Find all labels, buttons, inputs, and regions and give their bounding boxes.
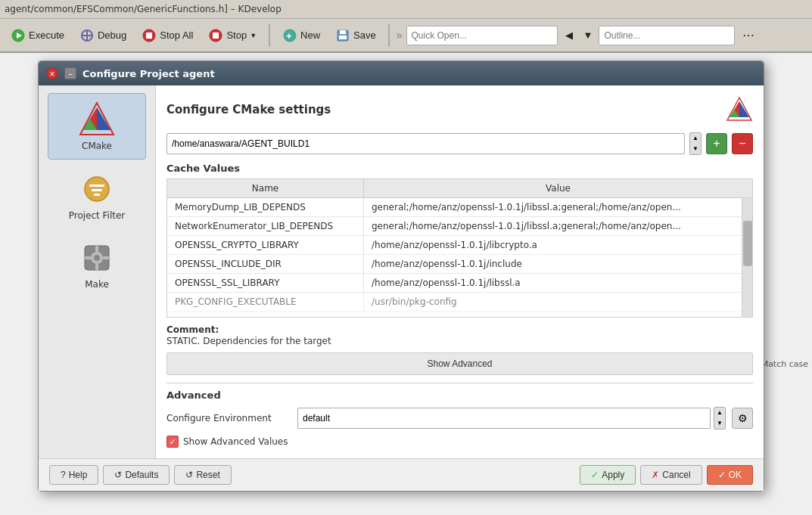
remove-path-button[interactable]: −: [732, 133, 753, 154]
cell-value-4: /home/anz/openssl-1.0.1j/libssl.a: [364, 274, 742, 292]
help-button[interactable]: ? Help: [49, 465, 98, 485]
dialog-sidebar: CMake Project Filter: [39, 85, 156, 458]
configure-env-select[interactable]: default: [297, 408, 711, 429]
nav-back-button[interactable]: ◀: [561, 28, 577, 42]
main-content: Configure CMake settings ▲ ▼ +: [156, 85, 764, 458]
nav-back-icon: ◀: [565, 29, 573, 41]
reset-icon: ↺: [185, 470, 193, 480]
add-path-button[interactable]: +: [706, 133, 727, 154]
build-path-input[interactable]: [166, 133, 685, 154]
path-spinner: ▲ ▼: [689, 132, 702, 155]
show-advanced-checkbox[interactable]: ✓: [166, 436, 179, 448]
table-row[interactable]: PKG_CONFIG_EXECUTABLE /usr/bin/pkg-confi…: [167, 293, 742, 312]
cache-values-table: Name Value MemoryDump_LIB_DEPENDS genera…: [166, 178, 753, 318]
svg-rect-8: [213, 33, 219, 39]
match-case-label: Match case: [761, 359, 808, 369]
cell-value-2: /home/anz/openssl-1.0.1j/libcrypto.a: [364, 236, 742, 254]
path-spin-up[interactable]: ▲: [690, 133, 701, 144]
new-button[interactable]: + New: [276, 25, 326, 46]
defaults-button[interactable]: ↺ Defaults: [103, 465, 170, 485]
dialog-titlebar: × – Configure Project agent: [39, 61, 764, 85]
project-filter-label: Project Filter: [69, 210, 126, 221]
table-scrollbar[interactable]: [742, 198, 752, 317]
add-icon: +: [713, 137, 720, 150]
show-advanced-button[interactable]: Show Advanced: [166, 352, 753, 375]
gear-icon: ⚙: [738, 412, 748, 424]
cancel-label: Cancel: [662, 470, 690, 480]
svg-rect-21: [94, 194, 100, 196]
advanced-section: Advanced Configure Environment default ▲…: [166, 383, 753, 448]
show-advanced-values-row: ✓ Show Advanced Values: [166, 436, 753, 448]
env-spin-down[interactable]: ▼: [714, 418, 725, 429]
table-row[interactable]: OPENSSL_CRYPTO_LIBRARY /home/anz/openssl…: [167, 236, 742, 255]
table-row[interactable]: MemoryDump_LIB_DEPENDS general;/home/anz…: [167, 198, 742, 217]
show-advanced-values-label: Show Advanced Values: [183, 436, 288, 447]
configure-env-row: Configure Environment default ▲ ▼ ⚙: [166, 407, 753, 430]
new-icon: +: [282, 28, 297, 43]
stop-all-button[interactable]: Stop All: [135, 25, 199, 46]
env-select-wrap: default ▲ ▼: [297, 407, 726, 430]
remove-icon: −: [739, 137, 745, 150]
quick-open-input[interactable]: [406, 26, 558, 45]
svg-rect-28: [103, 256, 109, 259]
table-row[interactable]: OPENSSL_SSL_LIBRARY /home/anz/openssl-1.…: [167, 274, 742, 293]
execute-button[interactable]: Execute: [5, 25, 70, 46]
dialog-close-button[interactable]: ×: [46, 67, 58, 79]
cell-name-3: OPENSSL_INCLUDE_DIR: [167, 255, 364, 273]
reset-button[interactable]: ↺ Reset: [174, 465, 231, 485]
gear-button[interactable]: ⚙: [732, 408, 753, 429]
svg-marker-31: [739, 101, 749, 117]
more-options-button[interactable]: ⋯: [738, 26, 759, 44]
dialog-footer: ? Help ↺ Defaults ↺ Reset ✓ Apply ✗ Canc…: [39, 458, 764, 491]
ok-button[interactable]: ✓ OK: [707, 465, 753, 485]
svg-point-24: [94, 255, 100, 261]
stop-dropdown-icon: ▼: [250, 32, 257, 39]
cell-value-1: general;/home/anz/openssl-1.0.1j/libssl.…: [364, 217, 742, 235]
path-row: ▲ ▼ + −: [166, 132, 753, 155]
cell-value-0: general;/home/anz/openssl-1.0.1j/libssl.…: [364, 198, 742, 216]
dialog-minimize-button[interactable]: –: [64, 67, 76, 79]
stop-all-label: Stop All: [160, 29, 193, 41]
new-label: New: [300, 29, 320, 41]
dialog-title: Configure Project agent: [82, 68, 215, 79]
defaults-label: Defaults: [125, 470, 158, 480]
cmake-settings-title: Configure CMake settings: [166, 103, 331, 116]
env-spin-up[interactable]: ▲: [714, 408, 725, 418]
debug-button[interactable]: Debug: [73, 25, 132, 46]
toolbar: Execute Debug Stop All Stop ▼ + New Save…: [0, 19, 812, 53]
cmake-logo-icon: [726, 96, 753, 123]
footer-left: ? Help ↺ Defaults ↺ Reset: [49, 465, 232, 485]
cmake-icon: [79, 101, 115, 138]
svg-text:+: +: [286, 30, 292, 42]
cell-name-2: OPENSSL_CRYPTO_LIBRARY: [167, 236, 364, 254]
scrollbar-thumb[interactable]: [743, 221, 752, 266]
toolbar-separator-2: [388, 24, 390, 47]
sidebar-item-make[interactable]: Make: [48, 232, 146, 297]
sidebar-item-cmake[interactable]: CMake: [48, 93, 146, 160]
make-icon: [79, 240, 115, 276]
save-button[interactable]: Save: [329, 25, 382, 46]
nav-dropdown-button[interactable]: ▼: [580, 28, 596, 42]
cell-name-5: PKG_CONFIG_EXECUTABLE: [167, 293, 364, 311]
svg-rect-20: [92, 189, 102, 191]
env-spinner: ▲ ▼: [714, 407, 726, 430]
sidebar-item-project-filter[interactable]: Project Filter: [48, 163, 146, 228]
svg-rect-6: [146, 33, 152, 39]
path-spin-down[interactable]: ▼: [690, 144, 701, 154]
comment-area: Comment: STATIC. Dependencies for the ta…: [166, 324, 753, 346]
cancel-button[interactable]: ✗ Cancel: [640, 465, 702, 485]
apply-label: Apply: [602, 470, 624, 480]
cell-value-3: /home/anz/openssl-1.0.1j/include: [364, 255, 742, 273]
stop-button[interactable]: Stop ▼: [202, 25, 263, 46]
table-row[interactable]: NetworkEnumerator_LIB_DEPENDS general;/h…: [167, 217, 742, 236]
outline-input[interactable]: [599, 26, 735, 45]
cell-value-5: /usr/bin/pkg-config: [364, 293, 742, 311]
apply-button[interactable]: ✓ Apply: [580, 465, 636, 485]
cache-values-title: Cache Values: [166, 163, 753, 174]
table-row[interactable]: OPENSSL_INCLUDE_DIR /home/anz/openssl-1.…: [167, 255, 742, 274]
svg-rect-27: [85, 256, 91, 259]
ok-label: OK: [729, 470, 742, 480]
col-value-header: Value: [364, 179, 752, 197]
cell-name-0: MemoryDump_LIB_DEPENDS: [167, 198, 364, 216]
help-label: Help: [69, 470, 88, 480]
